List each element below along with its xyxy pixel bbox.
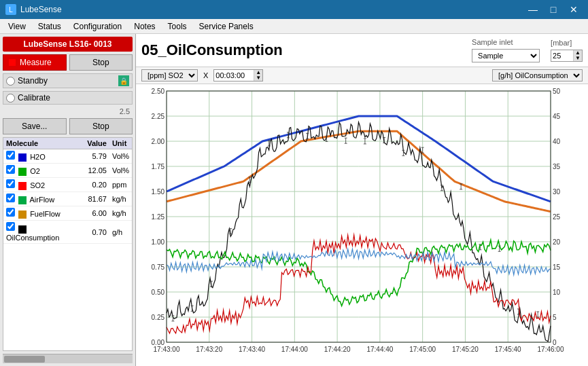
save-stop-row: Save... Stop — [3, 118, 133, 134]
app-icon: L — [5, 4, 16, 15]
menu-status[interactable]: Status — [33, 20, 67, 33]
standby-radio[interactable] — [6, 77, 15, 86]
sample-inlet-select[interactable]: Sample — [472, 49, 540, 62]
molecule-checkbox-0[interactable] — [6, 151, 15, 160]
menu-service-panels[interactable]: Service Panels — [194, 20, 259, 33]
stop-button-1[interactable]: Stop — [69, 54, 133, 71]
molecule-col-header: Molecule — [3, 138, 84, 149]
mbar-down-button[interactable]: ▼ — [574, 56, 582, 61]
right-axis-select[interactable]: [g/h] OilConsumption — [492, 69, 583, 81]
stop-button-2[interactable]: Stop — [69, 118, 133, 134]
close-button[interactable]: ✕ — [565, 3, 583, 16]
calibrate-row[interactable]: Calibrate — [3, 91, 133, 105]
horizontal-scrollbar[interactable] — [3, 354, 133, 363]
left-panel: LubeSense LS16- 0013 Measure Stop Standb… — [0, 34, 136, 366]
standby-label: Standby — [18, 76, 116, 86]
save-button[interactable]: Save... — [3, 118, 67, 134]
chart-title: 05_OilConsumption — [141, 41, 466, 59]
measure-button[interactable]: Measure — [3, 54, 67, 71]
chart-area — [136, 84, 588, 366]
molecule-row: SO2 0.20 ppm — [3, 178, 132, 192]
main-content: LubeSense LS16- 0013 Measure Stop Standb… — [0, 34, 588, 366]
sample-inlet-label: Sample inlet — [472, 38, 540, 46]
scroll-thumb[interactable] — [4, 356, 45, 363]
menu-tools[interactable]: Tools — [162, 20, 192, 33]
molecule-row: OilConsumption 0.70 g/h — [3, 221, 132, 243]
menu-configuration[interactable]: Configuration — [68, 20, 127, 33]
unit-col-header: Unit — [109, 138, 132, 149]
molecule-row: AirFlow 81.67 kg/h — [3, 192, 132, 206]
molecule-row: FuelFlow 6.00 kg/h — [3, 206, 132, 221]
chart-controls: [ppm] SO2 X ▲ ▼ [g/h] OilConsumption — [136, 67, 588, 84]
progress-label: 2.5 — [3, 107, 133, 115]
time-down-button[interactable]: ▼ — [254, 75, 262, 81]
molecule-checkbox-3[interactable] — [6, 194, 15, 202]
measure-stop-row: Measure Stop — [3, 54, 133, 71]
x-label: X — [203, 71, 208, 79]
mbar-input[interactable] — [551, 51, 573, 60]
calibrate-label: Calibrate — [18, 93, 129, 103]
menu-view[interactable]: View — [3, 20, 31, 33]
molecule-checkbox-4[interactable] — [6, 208, 15, 217]
molecule-checkbox-1[interactable] — [6, 165, 15, 174]
title-bar-controls: — □ ✕ — [524, 3, 583, 16]
mbar-label: [mbar] — [551, 39, 583, 47]
calibrate-radio[interactable] — [6, 94, 15, 103]
device-label: LubeSense LS16- 0013 — [3, 37, 133, 52]
molecule-row: O2 12.05 Vol% — [3, 164, 132, 178]
left-axis-select[interactable]: [ppm] SO2 — [141, 69, 198, 81]
menu-bar: View Status Configuration Notes Tools Se… — [0, 19, 588, 34]
value-col-header: Value — [84, 138, 109, 149]
chart-header: 05_OilConsumption Sample inlet Sample [m… — [136, 34, 588, 67]
chart-canvas — [136, 84, 588, 366]
record-icon — [9, 59, 16, 66]
maximize-button[interactable]: □ — [544, 3, 562, 16]
minimize-button[interactable]: — — [524, 3, 542, 16]
lock-icon: 🔒 — [118, 75, 129, 86]
molecule-checkbox-2[interactable] — [6, 179, 15, 188]
title-bar: L LubeSense — □ ✕ — [0, 0, 588, 19]
time-input[interactable] — [214, 71, 254, 80]
standby-row[interactable]: Standby 🔒 — [3, 73, 133, 88]
molecules-table: Molecule Value Unit H2O 5.79 Vol% O2 — [3, 137, 133, 351]
right-panel: 05_OilConsumption Sample inlet Sample [m… — [136, 34, 588, 366]
molecule-checkbox-5[interactable] — [6, 222, 15, 231]
menu-notes[interactable]: Notes — [128, 20, 160, 33]
molecule-row: H2O 5.79 Vol% — [3, 149, 132, 164]
title-bar-title: LubeSense — [20, 5, 520, 14]
